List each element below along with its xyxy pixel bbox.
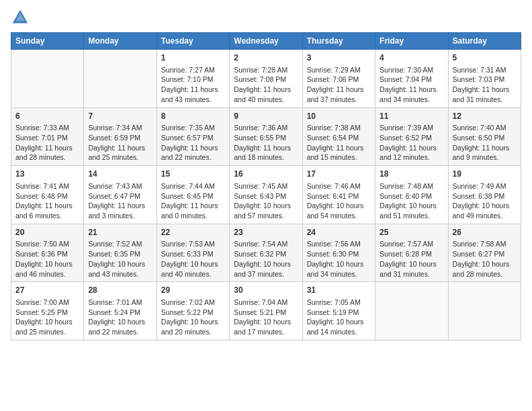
calendar-day-cell: 1Sunrise: 7:27 AM Sunset: 7:10 PM Daylig… <box>157 50 229 108</box>
day-number: 25 <box>380 227 443 238</box>
day-number: 20 <box>15 227 79 238</box>
day-info: Sunrise: 7:02 AM Sunset: 5:22 PM Dayligh… <box>161 298 225 337</box>
day-info: Sunrise: 7:46 AM Sunset: 6:41 PM Dayligh… <box>307 181 371 221</box>
day-info: Sunrise: 7:27 AM Sunset: 7:10 PM Dayligh… <box>161 65 225 105</box>
weekday-header: Saturday <box>448 33 521 50</box>
day-number: 18 <box>380 169 443 180</box>
day-info: Sunrise: 7:48 AM Sunset: 6:40 PM Dayligh… <box>380 181 443 221</box>
weekday-header: Friday <box>375 33 448 50</box>
weekday-header: Tuesday <box>157 33 229 50</box>
calendar-day-cell: 28Sunrise: 7:01 AM Sunset: 5:24 PM Dayli… <box>84 282 157 340</box>
day-number: 16 <box>234 169 298 180</box>
day-number: 2 <box>234 52 298 64</box>
calendar-day-cell: 29Sunrise: 7:02 AM Sunset: 5:22 PM Dayli… <box>157 282 229 340</box>
day-info: Sunrise: 7:49 AM Sunset: 6:38 PM Dayligh… <box>453 181 517 221</box>
day-info: Sunrise: 7:44 AM Sunset: 6:45 PM Dayligh… <box>161 181 225 221</box>
calendar-day-cell: 17Sunrise: 7:46 AM Sunset: 6:41 PM Dayli… <box>302 166 375 224</box>
day-info: Sunrise: 7:34 AM Sunset: 6:59 PM Dayligh… <box>88 123 152 163</box>
day-number: 4 <box>380 52 443 64</box>
calendar-day-cell: 15Sunrise: 7:44 AM Sunset: 6:45 PM Dayli… <box>157 166 229 224</box>
calendar-day-cell: 16Sunrise: 7:45 AM Sunset: 6:43 PM Dayli… <box>230 166 302 224</box>
day-number: 30 <box>234 285 298 296</box>
day-info: Sunrise: 7:39 AM Sunset: 6:52 PM Dayligh… <box>380 123 443 163</box>
day-info: Sunrise: 7:04 AM Sunset: 5:21 PM Dayligh… <box>234 298 298 337</box>
day-number: 3 <box>307 52 371 64</box>
calendar-day-cell <box>84 50 157 108</box>
day-number: 26 <box>453 227 517 238</box>
day-info: Sunrise: 7:38 AM Sunset: 6:54 PM Dayligh… <box>307 123 371 163</box>
day-info: Sunrise: 7:45 AM Sunset: 6:43 PM Dayligh… <box>234 181 298 221</box>
calendar-week-row: 1Sunrise: 7:27 AM Sunset: 7:10 PM Daylig… <box>11 50 521 108</box>
day-number: 13 <box>15 169 79 180</box>
calendar-week-row: 20Sunrise: 7:50 AM Sunset: 6:36 PM Dayli… <box>11 224 521 282</box>
day-info: Sunrise: 7:30 AM Sunset: 7:04 PM Dayligh… <box>380 65 443 105</box>
calendar-day-cell: 12Sunrise: 7:40 AM Sunset: 6:50 PM Dayli… <box>448 107 521 166</box>
day-number: 8 <box>161 111 225 122</box>
logo <box>11 8 32 27</box>
calendar-day-cell <box>11 50 84 108</box>
day-number: 7 <box>88 111 152 122</box>
calendar-day-cell: 5Sunrise: 7:31 AM Sunset: 7:03 PM Daylig… <box>448 50 521 108</box>
day-number: 15 <box>161 169 225 180</box>
calendar-day-cell: 26Sunrise: 7:58 AM Sunset: 6:27 PM Dayli… <box>448 224 521 282</box>
day-info: Sunrise: 7:29 AM Sunset: 7:06 PM Dayligh… <box>307 65 371 105</box>
day-number: 21 <box>88 227 152 238</box>
day-info: Sunrise: 7:58 AM Sunset: 6:27 PM Dayligh… <box>453 239 517 279</box>
weekday-header: Wednesday <box>230 33 302 50</box>
calendar-day-cell: 18Sunrise: 7:48 AM Sunset: 6:40 PM Dayli… <box>375 166 448 224</box>
calendar-day-cell: 14Sunrise: 7:43 AM Sunset: 6:47 PM Dayli… <box>84 166 157 224</box>
day-number: 11 <box>380 111 443 122</box>
calendar-day-cell: 10Sunrise: 7:38 AM Sunset: 6:54 PM Dayli… <box>302 107 375 166</box>
day-number: 27 <box>15 285 79 296</box>
calendar-header-row: SundayMondayTuesdayWednesdayThursdayFrid… <box>11 33 521 50</box>
day-number: 19 <box>453 169 517 180</box>
day-number: 22 <box>161 227 225 238</box>
day-number: 31 <box>307 285 371 296</box>
header <box>11 8 521 27</box>
day-info: Sunrise: 7:33 AM Sunset: 7:01 PM Dayligh… <box>15 123 79 163</box>
calendar-day-cell: 20Sunrise: 7:50 AM Sunset: 6:36 PM Dayli… <box>11 224 84 282</box>
calendar-day-cell: 13Sunrise: 7:41 AM Sunset: 6:48 PM Dayli… <box>11 166 84 224</box>
calendar-day-cell: 23Sunrise: 7:54 AM Sunset: 6:32 PM Dayli… <box>230 224 302 282</box>
calendar-day-cell: 19Sunrise: 7:49 AM Sunset: 6:38 PM Dayli… <box>448 166 521 224</box>
day-info: Sunrise: 7:28 AM Sunset: 7:08 PM Dayligh… <box>234 65 298 105</box>
logo-icon <box>11 8 30 27</box>
calendar-day-cell: 22Sunrise: 7:53 AM Sunset: 6:33 PM Dayli… <box>157 224 229 282</box>
day-info: Sunrise: 7:40 AM Sunset: 6:50 PM Dayligh… <box>453 123 517 163</box>
calendar-day-cell: 21Sunrise: 7:52 AM Sunset: 6:35 PM Dayli… <box>84 224 157 282</box>
calendar-day-cell: 24Sunrise: 7:56 AM Sunset: 6:30 PM Dayli… <box>302 224 375 282</box>
calendar-day-cell: 3Sunrise: 7:29 AM Sunset: 7:06 PM Daylig… <box>302 50 375 108</box>
calendar-day-cell: 31Sunrise: 7:05 AM Sunset: 5:19 PM Dayli… <box>302 282 375 340</box>
calendar-day-cell: 8Sunrise: 7:35 AM Sunset: 6:57 PM Daylig… <box>157 107 229 166</box>
day-info: Sunrise: 7:31 AM Sunset: 7:03 PM Dayligh… <box>453 65 517 105</box>
day-info: Sunrise: 7:41 AM Sunset: 6:48 PM Dayligh… <box>15 181 79 221</box>
day-info: Sunrise: 7:52 AM Sunset: 6:35 PM Dayligh… <box>88 239 152 279</box>
calendar-day-cell: 7Sunrise: 7:34 AM Sunset: 6:59 PM Daylig… <box>84 107 157 166</box>
calendar-day-cell: 25Sunrise: 7:57 AM Sunset: 6:28 PM Dayli… <box>375 224 448 282</box>
day-number: 17 <box>307 169 371 180</box>
weekday-header: Sunday <box>11 33 84 50</box>
day-number: 12 <box>453 111 517 122</box>
day-number: 10 <box>307 111 371 122</box>
calendar-week-row: 6Sunrise: 7:33 AM Sunset: 7:01 PM Daylig… <box>11 107 521 166</box>
day-info: Sunrise: 7:54 AM Sunset: 6:32 PM Dayligh… <box>234 239 298 279</box>
day-info: Sunrise: 7:53 AM Sunset: 6:33 PM Dayligh… <box>161 239 225 279</box>
day-number: 1 <box>161 52 225 64</box>
day-number: 5 <box>453 52 517 64</box>
calendar-day-cell <box>375 282 448 340</box>
day-number: 23 <box>234 227 298 238</box>
calendar-day-cell: 6Sunrise: 7:33 AM Sunset: 7:01 PM Daylig… <box>11 107 84 166</box>
calendar-day-cell: 11Sunrise: 7:39 AM Sunset: 6:52 PM Dayli… <box>375 107 448 166</box>
day-number: 28 <box>88 285 152 296</box>
day-number: 9 <box>234 111 298 122</box>
calendar-week-row: 27Sunrise: 7:00 AM Sunset: 5:25 PM Dayli… <box>11 282 521 340</box>
weekday-header: Monday <box>84 33 157 50</box>
day-info: Sunrise: 7:01 AM Sunset: 5:24 PM Dayligh… <box>88 298 152 337</box>
page: SundayMondayTuesdayWednesdayThursdayFrid… <box>0 0 532 349</box>
calendar-day-cell: 30Sunrise: 7:04 AM Sunset: 5:21 PM Dayli… <box>230 282 302 340</box>
day-info: Sunrise: 7:05 AM Sunset: 5:19 PM Dayligh… <box>307 298 371 337</box>
weekday-header: Thursday <box>302 33 375 50</box>
day-info: Sunrise: 7:43 AM Sunset: 6:47 PM Dayligh… <box>88 181 152 221</box>
calendar-day-cell: 2Sunrise: 7:28 AM Sunset: 7:08 PM Daylig… <box>230 50 302 108</box>
day-info: Sunrise: 7:56 AM Sunset: 6:30 PM Dayligh… <box>307 239 371 279</box>
